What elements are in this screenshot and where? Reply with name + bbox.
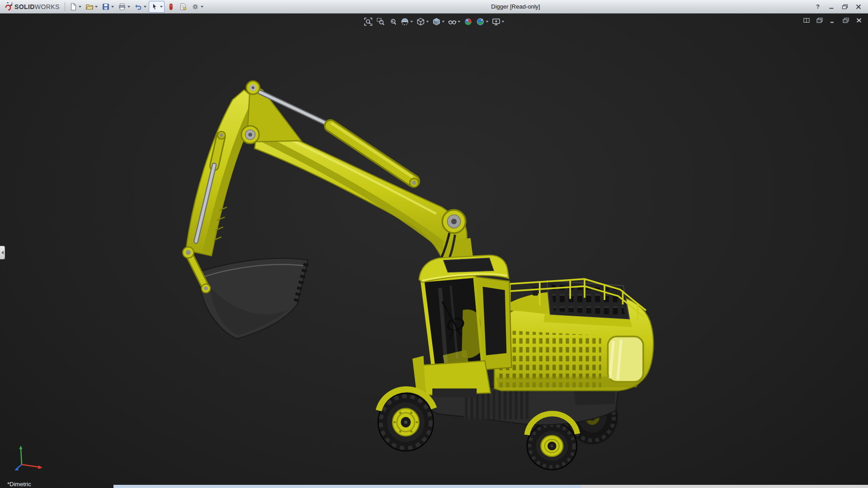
dropdown-caret [458, 21, 461, 23]
dropdown-caret [502, 21, 505, 23]
print-button[interactable] [116, 1, 132, 13]
dropdown-caret [201, 6, 203, 8]
brand-bold: SOLID [14, 3, 35, 10]
window-controls: ? [812, 2, 865, 11]
tile-window-icon [803, 18, 810, 23]
new-document-icon [69, 3, 77, 11]
headsup-view-toolbar [363, 16, 505, 27]
bucket[interactable] [200, 258, 308, 339]
restore-document-button[interactable] [841, 17, 850, 24]
status-bar [113, 485, 868, 488]
exhaust-stack [533, 287, 538, 296]
zoom-to-fit-icon [364, 17, 373, 26]
zoom-to-area-button[interactable] [375, 16, 386, 27]
file-properties-button[interactable] [177, 1, 189, 13]
dropdown-caret [95, 6, 98, 8]
undo-button[interactable] [132, 1, 148, 13]
view-settings-button[interactable] [491, 16, 505, 27]
undo-icon [134, 3, 142, 11]
save-button[interactable] [100, 1, 116, 13]
close-document-icon [856, 18, 862, 23]
y-axis-arrow [19, 446, 23, 449]
zoom-to-fit-button[interactable] [363, 16, 374, 27]
x-axis-arrow [38, 465, 42, 469]
feature-manager-collapsed-tab[interactable] [0, 246, 5, 259]
solidworks-brand: SOLIDWORKS [3, 2, 62, 11]
options-button[interactable] [189, 1, 205, 13]
dropdown-caret [486, 21, 489, 23]
restore-document-icon [843, 18, 849, 23]
rebuild-button[interactable] [165, 1, 177, 13]
display-style-icon [432, 17, 441, 26]
brand-text: SOLIDWORKS [14, 3, 60, 10]
minimize-icon [828, 4, 835, 9]
cascade-window-button[interactable] [815, 17, 824, 24]
cascade-window-icon [816, 18, 823, 23]
minimize-document-icon [830, 18, 836, 23]
select-button[interactable] [149, 1, 165, 13]
brand-light: WORKS [35, 3, 60, 10]
select-cursor-icon [151, 3, 159, 11]
help-button[interactable]: ? [812, 2, 824, 11]
help-icon: ? [816, 3, 820, 10]
dropdown-caret [127, 6, 130, 8]
graphics-area[interactable]: *Dimetric [0, 14, 868, 488]
dropdown-caret [410, 21, 413, 23]
apply-scene-button[interactable] [475, 16, 490, 27]
dropdown-caret [111, 6, 114, 8]
standard-toolbar [67, 1, 205, 13]
solidworks-logo-icon [4, 2, 12, 11]
dropdown-caret [79, 6, 81, 8]
front-left-wheel[interactable] [378, 389, 434, 451]
zoom-to-area-icon [376, 17, 385, 26]
document-window-controls [802, 17, 863, 24]
titlebar: SOLIDWORKS Digger [Read-only] ? [0, 0, 868, 14]
new-document-button[interactable] [67, 1, 83, 13]
orientation-triad [13, 443, 46, 473]
open-document-button[interactable] [84, 1, 99, 13]
chevron-left-icon [1, 251, 4, 254]
rebuild-icon [167, 3, 175, 11]
window-title: Digger [Read-only] [491, 3, 540, 10]
appearance-sphere-icon [464, 17, 473, 26]
hide-show-items-button[interactable] [447, 16, 462, 27]
section-view-button[interactable] [400, 16, 414, 27]
save-icon [102, 3, 110, 11]
edit-appearance-button[interactable] [463, 16, 474, 27]
excavator-model[interactable] [0, 14, 868, 488]
minimize-button[interactable] [826, 2, 837, 11]
open-document-icon [85, 3, 94, 11]
options-gear-icon [191, 3, 199, 11]
scene-globe-icon [476, 17, 485, 26]
dropdown-caret [426, 21, 429, 23]
minimize-document-button[interactable] [828, 17, 837, 24]
section-view-icon [401, 17, 410, 26]
dropdown-caret [442, 21, 445, 23]
upper-body[interactable] [494, 279, 653, 390]
display-style-button[interactable] [431, 16, 446, 27]
glasses-icon [448, 17, 457, 26]
toolbar-separator [65, 2, 65, 11]
view-orientation-label: *Dimetric [7, 481, 31, 488]
cab-step [432, 389, 476, 398]
previous-view-button[interactable] [387, 16, 398, 27]
restore-icon [842, 4, 848, 9]
file-properties-icon [179, 3, 187, 11]
dropdown-caret [160, 6, 163, 8]
close-button[interactable] [853, 2, 864, 11]
view-orientation-button[interactable] [415, 16, 430, 27]
close-icon [855, 4, 862, 9]
status-bar-segment [113, 485, 581, 488]
view-orientation-cube-icon [416, 17, 425, 26]
close-document-button[interactable] [854, 17, 863, 24]
print-icon [118, 3, 126, 11]
restore-button[interactable] [839, 2, 851, 11]
tile-window-button[interactable] [802, 17, 811, 24]
front-right-wheel[interactable] [527, 422, 577, 469]
view-settings-icon [492, 17, 501, 26]
previous-view-icon [388, 17, 397, 26]
dropdown-caret [144, 6, 146, 8]
